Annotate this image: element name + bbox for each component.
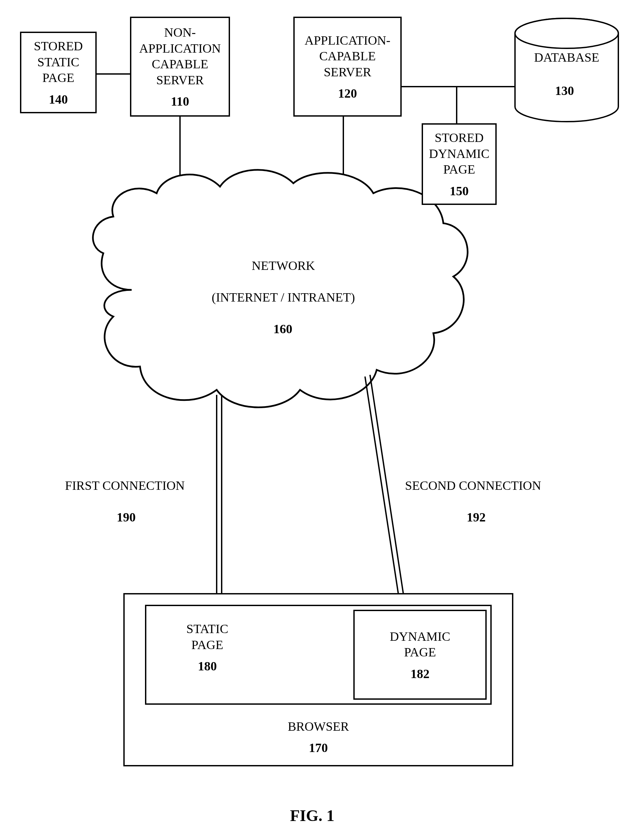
non-app-server-box: NON- APPLICATION CAPABLE SERVER 110 — [130, 16, 230, 116]
network-num: 160 — [273, 322, 292, 336]
stored-static-page-label: STORED STATIC PAGE — [34, 38, 83, 86]
stored-dynamic-page-num: 150 — [450, 184, 469, 198]
stored-dynamic-page-label: STORED DYNAMIC PAGE — [429, 130, 490, 177]
svg-point-9 — [515, 18, 618, 48]
figure-caption: FIG. 1 — [290, 806, 334, 825]
static-page-label: STATIC PAGE — [186, 621, 228, 653]
network-label-1: NETWORK — [240, 258, 327, 273]
svg-point-10 — [515, 18, 618, 48]
network-label-2: (INTERNET / INTRANET) — [193, 290, 373, 305]
static-page-num: 180 — [186, 659, 228, 673]
svg-line-8 — [370, 375, 405, 605]
dynamic-page-box: DYNAMIC PAGE 182 — [353, 610, 487, 700]
cloud-icon — [93, 170, 468, 407]
database-icon — [515, 18, 618, 121]
first-connection-label: FIRST CONNECTION — [65, 478, 185, 493]
dynamic-page-num: 182 — [411, 666, 430, 681]
second-connection-num: 192 — [467, 510, 486, 525]
database-num: 130 — [555, 83, 574, 98]
stored-static-page-num: 140 — [49, 92, 68, 107]
app-server-label: APPLICATION- CAPABLE SERVER — [305, 33, 391, 80]
app-server-num: 120 — [338, 86, 357, 101]
non-app-server-label: NON- APPLICATION CAPABLE SERVER — [139, 25, 221, 88]
diagram-canvas: STORED STATIC PAGE 140 NON- APPLICATION … — [0, 0, 644, 840]
stored-static-page-box: STORED STATIC PAGE 140 — [20, 32, 97, 113]
browser-num: 170 — [309, 740, 328, 755]
second-connection-label: SECOND CONNECTION — [405, 478, 541, 493]
browser-label: BROWSER — [288, 719, 349, 735]
svg-line-7 — [365, 377, 400, 605]
non-app-server-num: 110 — [171, 94, 189, 108]
app-server-box: APPLICATION- CAPABLE SERVER 120 — [293, 16, 402, 116]
stored-dynamic-page-box: STORED DYNAMIC PAGE 150 — [422, 123, 497, 205]
first-connection-num: 190 — [117, 510, 136, 525]
database-label: DATABASE — [533, 50, 600, 65]
dynamic-page-label: DYNAMIC PAGE — [390, 629, 450, 660]
